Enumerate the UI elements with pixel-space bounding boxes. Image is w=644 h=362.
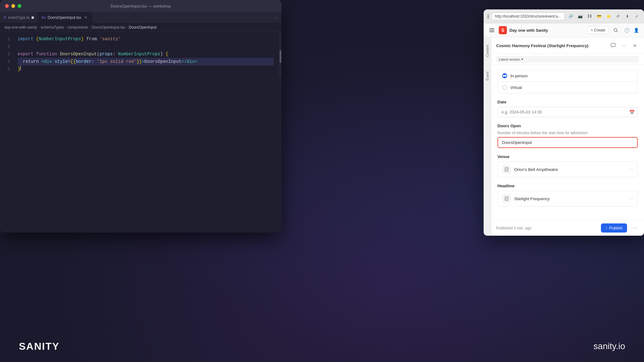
maximize-traffic-light[interactable] <box>18 4 21 8</box>
token: : <box>92 58 97 65</box>
token: DoorsOpenInput <box>144 58 181 65</box>
token: }} <box>136 58 142 65</box>
browser-action-1[interactable]: 🔗 <box>567 13 575 20</box>
breadcrumb-item-4[interactable]: DoorsOpenInput.tsx <box>92 25 125 30</box>
comment-icon <box>611 43 616 48</box>
sanity-panel: i http://localhost:3333/structure/event;… <box>484 9 644 236</box>
tab-doorsOpenInput[interactable]: tsx DoorsOpenInput.tsx ✕ <box>38 12 92 23</box>
headline-reference-item[interactable]: Starlight Frequency ··· <box>497 191 638 206</box>
doors-open-field-group: Doors Open Number of minutes before the … <box>497 123 638 148</box>
window-title: DoorsOpenInput.tsx — workshop <box>111 4 171 8</box>
publish-button[interactable]: ↑ Publish <box>601 223 627 233</box>
token: import <box>18 35 36 43</box>
title-bar: DoorsOpenInput.tsx — workshop <box>0 0 281 12</box>
browser-action-4[interactable]: 💳 <box>595 13 603 20</box>
topbar-right-buttons: 🕐 👤 <box>623 26 640 34</box>
type-radio-group: In-person Virtual <box>497 70 638 93</box>
tsx-icon: tsx <box>42 16 46 19</box>
browser-action-6[interactable]: ↺ <box>614 13 622 20</box>
create-button[interactable]: + Create <box>587 26 609 34</box>
venue-reference-item[interactable]: Orion's Belt Ampitheatre ··· <box>497 162 638 177</box>
browser-action-9[interactable]: 👤 <box>642 13 644 20</box>
minimize-traffic-light[interactable] <box>11 4 15 8</box>
topbar-user-btn[interactable]: 👤 <box>632 26 640 34</box>
footer-more-button[interactable]: ··· <box>630 224 639 233</box>
token: > <box>142 58 144 65</box>
venue-field-group: Venue Orion's <box>497 154 638 177</box>
calendar-icon: 📅 <box>629 110 635 115</box>
document-icon-2 <box>504 196 509 201</box>
code-content[interactable]: import { NumberInputProps } from 'sanity… <box>13 31 279 77</box>
venue-more-button[interactable]: ··· <box>629 167 633 172</box>
publish-label: Publish <box>609 226 623 230</box>
token: border <box>76 58 92 65</box>
svg-rect-2 <box>611 43 615 47</box>
comment-button[interactable] <box>609 41 618 50</box>
browser-action-2[interactable]: 📷 <box>576 13 584 20</box>
browser-action-7[interactable]: ⬇ <box>624 13 631 20</box>
date-input-wrapper: 📅 <box>497 107 638 117</box>
browser-action-8[interactable]: ⤢ <box>633 13 641 20</box>
sanity-wordmark: SANITY <box>19 341 59 352</box>
radio-virtual[interactable]: Virtual <box>498 81 637 93</box>
radio-inperson[interactable]: In-person <box>498 70 637 81</box>
search-icon <box>613 28 618 33</box>
browser-chrome: i http://localhost:3333/structure/event;… <box>484 9 644 23</box>
token: { <box>166 50 168 58</box>
text-cursor <box>20 66 21 70</box>
code-line-5: } <box>18 65 274 73</box>
document-title: Cosmic Harmony Festival (Starlight Frequ… <box>496 43 606 48</box>
date-input[interactable] <box>497 107 638 117</box>
breadcrumb-sep-2: › <box>65 25 66 29</box>
doc-body[interactable]: In-person Virtual Date <box>491 65 644 220</box>
breadcrumb-item-1[interactable]: day-one-with-sanity <box>4 25 37 30</box>
vscode-window: DoorsOpenInput.tsx — workshop ts eventTy… <box>0 0 281 233</box>
radio-dot-inperson <box>502 73 507 78</box>
tab-eventType[interactable]: ts eventType.ts <box>0 12 38 23</box>
more-options-button[interactable]: ··· <box>619 41 628 50</box>
version-bar: Latest version ▾ <box>491 54 644 65</box>
browser-action-5[interactable]: ⭐ <box>605 13 612 20</box>
token: <div <box>42 58 55 65</box>
sanity-app: S Day one with Sanity + Create 🕐 👤 <box>484 23 644 236</box>
breadcrumb-item-3[interactable]: components <box>68 25 88 30</box>
token: ) <box>160 50 166 58</box>
token: function <box>36 50 60 58</box>
breadcrumb-item-2[interactable]: schemaTypes <box>41 25 64 30</box>
chevron-down-icon: ▾ <box>521 57 523 61</box>
vtab-event[interactable]: Event <box>485 70 490 82</box>
close-document-button[interactable]: ✕ <box>630 41 639 50</box>
bottom-bar: SANITY sanity.io <box>0 331 644 362</box>
hamburger-menu-button[interactable] <box>487 26 496 35</box>
breadcrumb-sep-1: › <box>38 25 39 29</box>
token: </div> <box>181 58 197 65</box>
token: } <box>18 65 20 73</box>
tab-bar: ts eventType.ts tsx DoorsOpenInput.tsx ✕… <box>0 12 281 23</box>
search-button[interactable] <box>611 26 620 35</box>
browser-info-icon[interactable]: i <box>487 14 489 19</box>
doors-open-input[interactable] <box>497 137 638 148</box>
doors-open-description: Number of minutes before the start time … <box>497 131 638 135</box>
editor-scrollbar[interactable] <box>279 31 281 77</box>
sanity-document: Cosmic Harmony Festival (Starlight Frequ… <box>491 37 644 236</box>
token: 'sanity' <box>99 35 120 43</box>
browser-action-3[interactable]: 🎞 <box>586 13 593 20</box>
version-badge[interactable]: Latest version ▾ <box>496 56 639 63</box>
ts-icon: ts <box>4 16 6 19</box>
sanity-logo: S <box>499 26 507 34</box>
topbar-history-btn[interactable]: 🕐 <box>623 26 631 34</box>
token: = <box>68 58 70 65</box>
vtab-content[interactable]: Content <box>485 44 490 58</box>
url-text: http://localhost:3333/structure/event;a.… <box>495 14 561 19</box>
tab-overflow-button[interactable]: ··· <box>271 12 281 23</box>
token: return <box>18 58 42 65</box>
venue-label: Venue <box>497 154 638 159</box>
token: : <box>113 50 118 58</box>
headline-more-button[interactable]: ··· <box>629 196 633 201</box>
line-numbers: 1 2 3 4 5 <box>0 31 13 77</box>
browser-url-bar[interactable]: http://localhost:3333/structure/event;a.… <box>491 13 564 20</box>
line-number-2: 2 <box>3 43 10 50</box>
tab-close-button[interactable]: ✕ <box>83 15 88 20</box>
code-editor[interactable]: 1 2 3 4 5 import { NumberInputProps } fr… <box>0 31 281 77</box>
close-traffic-light[interactable] <box>5 4 9 8</box>
